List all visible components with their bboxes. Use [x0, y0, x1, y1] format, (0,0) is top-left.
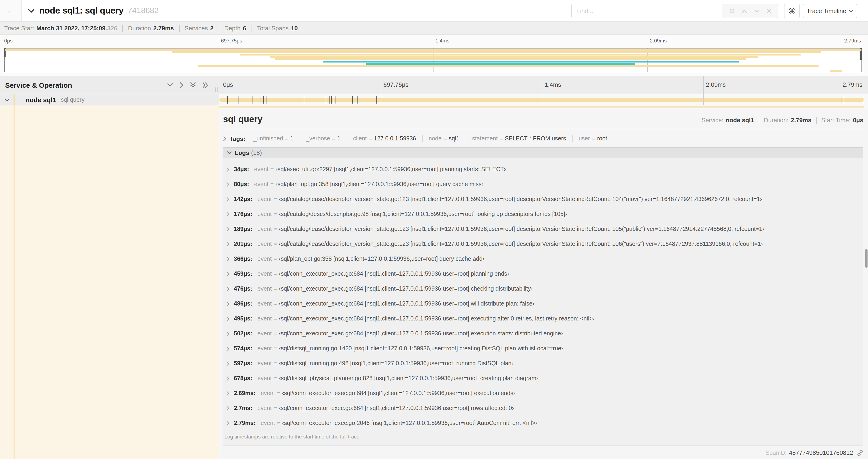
next-match-icon[interactable] — [754, 9, 760, 13]
log-row[interactable]: 574μs:event=‹sql/distsql_running.go:1420… — [223, 341, 863, 356]
timeline-tick-label: 697.75μs — [383, 81, 409, 88]
log-row[interactable]: 597μs:event=‹sql/distsql_running.go:498 … — [223, 356, 863, 371]
span-row-timeline[interactable] — [219, 94, 868, 105]
expand-log-icon[interactable] — [226, 391, 229, 396]
span-row-label[interactable]: node sql1 sql query — [0, 94, 219, 105]
trace-id: 7418682 — [128, 6, 159, 15]
expand-all-icon[interactable] — [203, 82, 208, 88]
logs-footer-note: Log timestamps are relative to the start… — [223, 431, 863, 444]
log-row[interactable]: 2.69ms:event=‹sql/conn_executor_exec.go:… — [223, 386, 863, 401]
collapse-span-icon[interactable] — [4, 98, 9, 101]
span-id-row: SpanID: 4877749850101760812 — [223, 449, 863, 456]
find-input[interactable] — [572, 4, 722, 18]
logs-header[interactable]: Logs (18) — [223, 147, 863, 158]
log-row[interactable]: 459μs:event=‹sql/conn_executor_exec.go:6… — [223, 266, 863, 281]
log-row[interactable]: 34μs:event=‹sql/exec_util.go:2297 [nsql1… — [223, 162, 863, 177]
tag-item[interactable]: node=sql1 — [423, 135, 466, 142]
column-resize-handle[interactable]: || — [215, 87, 218, 92]
log-row[interactable]: 2.79ms:event=‹sql/conn_executor_exec.go:… — [223, 416, 863, 431]
log-row[interactable]: 495μs:event=‹sql/conn_executor_exec.go:6… — [223, 311, 863, 326]
keyboard-shortcuts-button[interactable]: ⌘ — [784, 4, 800, 18]
find-box — [571, 4, 778, 18]
span-detail-header: sql query Service:node sql1Duration:2.79… — [223, 114, 863, 125]
timeline-gridline — [380, 94, 381, 105]
minimap-span-bar — [323, 61, 739, 63]
expand-log-icon[interactable] — [226, 301, 229, 306]
expand-log-icon[interactable] — [226, 256, 229, 261]
log-row[interactable]: 476μs:event=‹sql/conn_executor_exec.go:6… — [223, 281, 863, 296]
expand-log-icon[interactable] — [226, 226, 229, 232]
expand-log-icon[interactable] — [226, 271, 229, 276]
expand-log-icon[interactable] — [226, 182, 229, 187]
expand-collapse-controls — [167, 82, 208, 88]
minimap-tick-label: 1.4ms — [435, 38, 450, 43]
detail-meta-item: Service:node sql1 — [702, 117, 754, 124]
log-marker — [336, 96, 336, 104]
expand-log-icon[interactable] — [226, 316, 229, 321]
tag-item[interactable]: client=127.0.0.1:59936 — [347, 135, 423, 142]
log-row[interactable]: 176μs:event=‹sql/catalog/descs/descripto… — [223, 207, 863, 222]
log-row[interactable]: 366μs:event=‹sql/plan_opt.go:358 [nsql1,… — [223, 252, 863, 266]
expand-log-icon[interactable] — [226, 197, 229, 202]
expand-log-icon[interactable] — [226, 167, 229, 172]
logs-count: (18) — [251, 149, 262, 156]
back-button[interactable]: ← — [0, 0, 22, 22]
collapse-all-icon[interactable] — [190, 82, 196, 88]
timeline-gridline — [703, 94, 704, 105]
log-marker — [357, 96, 358, 104]
clear-find-icon[interactable] — [766, 8, 771, 13]
log-row[interactable]: 486μs:event=‹sql/conn_executor_exec.go:6… — [223, 296, 863, 311]
minimap-span-bar — [5, 49, 862, 51]
prev-match-icon[interactable] — [742, 9, 747, 13]
timeline-gridline — [542, 76, 542, 94]
timeline-tick-label: 2.09ms — [706, 81, 726, 88]
timeline-tick-label: 2.79ms — [843, 81, 862, 88]
tags-label: Tags: — [229, 135, 245, 142]
minimap-tick-label: 2.79ms — [844, 38, 861, 43]
tag-item[interactable]: statement=SELECT * FROM users — [466, 135, 572, 142]
expand-log-icon[interactable] — [226, 241, 229, 247]
detail-meta-item: Start Time:0μs — [821, 117, 863, 124]
minimap-canvas[interactable] — [4, 48, 862, 72]
expand-log-icon[interactable] — [226, 405, 229, 411]
log-marker — [844, 96, 844, 104]
expand-log-icon[interactable] — [226, 421, 229, 426]
log-row[interactable]: 678μs:event=‹sql/distsql_physical_planne… — [223, 371, 863, 386]
tag-item[interactable]: user=root — [572, 135, 613, 142]
timeline-gridline — [380, 76, 381, 94]
log-marker — [376, 96, 377, 104]
log-marker — [863, 96, 863, 104]
log-row[interactable]: 2.7ms:event=‹sql/conn_executor_exec.go:6… — [223, 401, 863, 416]
minimap-span-bar — [830, 70, 842, 72]
trace-info-item: Services2 — [185, 25, 214, 32]
log-row[interactable]: 189μs:event=‹sql/catalog/lease/descripto… — [223, 222, 863, 236]
expand-log-icon[interactable] — [226, 376, 229, 381]
tag-item[interactable]: _verbose=1 — [300, 135, 347, 142]
expand-log-icon[interactable] — [226, 211, 229, 217]
span-detail-meta: Service:node sql1Duration:2.79msStart Ti… — [702, 117, 863, 125]
log-row[interactable]: 142μs:event=‹sql/catalog/lease/descripto… — [223, 192, 863, 207]
log-row[interactable]: 201μs:event=‹sql/catalog/lease/descripto… — [223, 236, 863, 252]
log-marker — [841, 96, 841, 104]
expand-log-icon[interactable] — [226, 346, 229, 351]
expand-log-icon[interactable] — [226, 286, 229, 291]
collapse-one-icon[interactable] — [167, 83, 173, 87]
timeline-ruler: 0μs697.75μs1.4ms2.09ms2.79ms — [219, 76, 868, 94]
expand-log-icon[interactable] — [226, 361, 229, 366]
collapse-logs-icon[interactable] — [227, 151, 232, 154]
page-scrollbar-thumb[interactable] — [865, 249, 868, 268]
back-arrow-icon: ← — [6, 6, 15, 16]
expand-one-icon[interactable] — [180, 82, 183, 88]
tag-item[interactable]: _unfinished=1 — [247, 135, 300, 142]
deep-link-icon[interactable] — [857, 450, 863, 456]
expand-log-icon[interactable] — [226, 331, 229, 336]
log-row[interactable]: 502μs:event=‹sql/conn_executor_exec.go:6… — [223, 326, 863, 341]
span-detail-title: sql query — [223, 114, 262, 125]
trace-view-selector[interactable]: Trace Timeline — [803, 4, 857, 18]
scroll-to-match-icon[interactable] — [729, 8, 735, 14]
log-row[interactable]: 80μs:event=‹sql/plan_opt.go:358 [nsql1,c… — [223, 177, 863, 192]
expand-tags-icon[interactable] — [223, 136, 226, 141]
tags-row[interactable]: Tags: _unfinished=1_verbose=1client=127.… — [223, 133, 863, 144]
trace-view-label: Trace Timeline — [807, 7, 846, 14]
chevron-down-icon[interactable] — [28, 9, 34, 13]
